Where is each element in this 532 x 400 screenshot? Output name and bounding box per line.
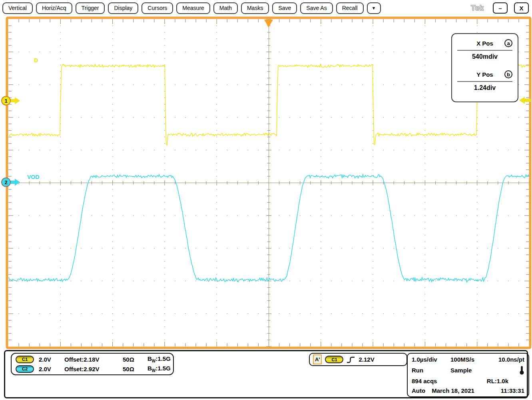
time-value: 11:33:31 xyxy=(501,387,524,394)
acq-count: 894 acqs xyxy=(412,378,487,384)
acquisition-readouts: 1.0µs/div 100MS/s 10.0ns/pt Run Sample 8… xyxy=(407,353,529,397)
run-state: Run xyxy=(412,367,450,374)
trigger-readout: A' C1 2.12V xyxy=(309,353,407,366)
menu-button-vertical[interactable]: Vertical xyxy=(2,2,33,14)
record-length: RL:1.0k xyxy=(487,378,508,384)
channel-1-bandwidth: BW:1.5G xyxy=(147,355,173,363)
trigger-a-badge[interactable]: A' xyxy=(313,354,322,364)
x-pos-value: 540mdiv xyxy=(452,53,518,60)
readout-panel: C1 2.0V Offset:2.18V 50Ω BW:1.5G C2 2.0V… xyxy=(4,350,528,398)
channel-2-row: C2 2.0V Offset:2.92V 50Ω BW:1.5G xyxy=(16,365,173,373)
svg-text:2: 2 xyxy=(4,179,7,185)
menu-button-save-as[interactable]: Save As xyxy=(300,2,333,14)
x-pos-badge[interactable]: a xyxy=(504,39,512,47)
trigger-mode: Auto xyxy=(412,387,425,394)
menu-button-trigger[interactable]: Trigger xyxy=(76,2,105,14)
rising-edge-icon xyxy=(347,356,355,364)
channel-1-pill[interactable]: C1 xyxy=(16,356,34,363)
tek-logo: Tek xyxy=(471,4,484,12)
timebase-value: 1.0µs/div xyxy=(412,356,450,363)
channel-2-offset: Offset:2.92V xyxy=(64,366,123,372)
svg-text:1: 1 xyxy=(4,98,7,104)
channel-readouts: C1 2.0V Offset:2.18V 50Ω BW:1.5G C2 2.0V… xyxy=(11,353,174,375)
acq-mode: Sample xyxy=(450,367,519,374)
channel-2-termination: 50Ω xyxy=(123,366,147,372)
sample-rate-value: 100MS/s xyxy=(450,356,498,363)
svg-text:VOD: VOD xyxy=(27,174,39,180)
menu-button-display[interactable]: Display xyxy=(108,2,138,14)
menu-button-cursors[interactable]: Cursors xyxy=(141,2,173,14)
trigger-level: 2.12V xyxy=(359,356,374,363)
title-bar: Vertical Horiz/Acq Trigger Display Curso… xyxy=(2,2,529,14)
menu-button-recall[interactable]: Recall xyxy=(336,2,364,14)
y-pos-value: 1.24div xyxy=(452,84,518,92)
menu-button-measure[interactable]: Measure xyxy=(176,2,210,14)
menu-button-horiz-acq[interactable]: Horiz/Acq xyxy=(36,2,72,14)
resolution-value: 10.0ns/pt xyxy=(498,356,524,363)
channel-2-scale: 2.0V xyxy=(39,366,64,372)
menu-button-save[interactable]: Save xyxy=(272,2,297,14)
minimize-button[interactable]: – xyxy=(493,2,508,14)
channel-1-row: C1 2.0V Offset:2.18V 50Ω BW:1.5G xyxy=(16,355,173,363)
divider xyxy=(457,50,512,51)
menu-button-masks[interactable]: Masks xyxy=(241,2,269,14)
channel-1-termination: 50Ω xyxy=(123,356,147,363)
menu-more-button[interactable]: ▼ xyxy=(367,2,381,14)
divider xyxy=(457,81,512,82)
menu-button-math[interactable]: Math xyxy=(213,2,238,14)
channel-2-bandwidth: BW:1.5G xyxy=(147,365,173,373)
y-pos-badge[interactable]: b xyxy=(504,70,512,78)
x-pos-label: X Pos xyxy=(476,40,493,47)
y-pos-label: Y Pos xyxy=(476,71,493,78)
date-value: March 18, 2021 xyxy=(432,387,474,394)
svg-text:D: D xyxy=(34,57,38,64)
thermometer-icon xyxy=(519,366,524,375)
channel-1-scale: 2.0V xyxy=(39,356,64,363)
window-controls: Tek – X xyxy=(471,2,529,14)
trigger-source-pill[interactable]: C1 xyxy=(325,356,343,363)
channel-2-pill[interactable]: C2 xyxy=(16,365,34,373)
close-button[interactable]: X xyxy=(514,2,529,14)
channel-1-offset: Offset:2.18V xyxy=(64,356,123,363)
position-readout: X Pos a 540mdiv Y Pos b 1.24div xyxy=(451,33,518,102)
